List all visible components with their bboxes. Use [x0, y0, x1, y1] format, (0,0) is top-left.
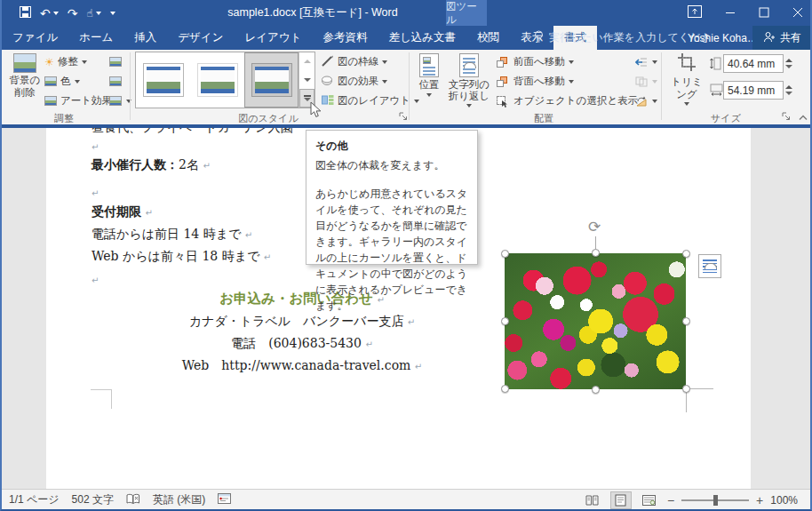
- paragraph-mark: ↵: [92, 275, 99, 285]
- color-button[interactable]: 色: [44, 75, 80, 88]
- selection-handle-tc[interactable]: [592, 249, 600, 257]
- tab-references[interactable]: 参考資料: [312, 26, 378, 50]
- rotation-handle-icon[interactable]: ⟳: [588, 220, 601, 235]
- deadline-heading-line: 受付期限 ↵: [92, 204, 153, 220]
- zoom-out-button[interactable]: −: [667, 493, 674, 507]
- zoom-in-button[interactable]: +: [756, 493, 763, 507]
- undo-dropdown-icon[interactable]: [53, 12, 59, 15]
- save-icon[interactable]: [20, 5, 31, 21]
- bring-forward-button[interactable]: 前面へ移動: [496, 55, 574, 68]
- minimize-icon[interactable]: [725, 5, 736, 21]
- remove-background-button[interactable]: 背景の 削除: [9, 53, 41, 100]
- picture-styles-gallery: [135, 52, 315, 108]
- web-layout-view-icon[interactable]: [639, 491, 660, 509]
- web-line: Web http://www.canada-travel.com ↵: [46, 358, 558, 374]
- page-indicator[interactable]: 1/1 ページ: [9, 492, 60, 507]
- selection-handle-tr[interactable]: [682, 250, 690, 258]
- mouse-cursor: [310, 101, 322, 120]
- tab-mailings[interactable]: 差し込み文書: [378, 26, 466, 50]
- shape-height-field[interactable]: 40.64 mm: [723, 54, 784, 73]
- touch-mode-icon[interactable]: ☝: [86, 8, 92, 19]
- quick-access-toolbar: ↶ ↷ ☝: [20, 0, 115, 26]
- tab-review[interactable]: 校閲: [466, 26, 510, 50]
- picture-style-2[interactable]: [190, 52, 244, 108]
- change-picture-button[interactable]: [108, 75, 123, 88]
- layout-options-button[interactable]: [698, 254, 721, 278]
- word-count[interactable]: 502 文字: [72, 492, 114, 507]
- selection-handle-tl[interactable]: [501, 250, 509, 258]
- zoom-level[interactable]: 100%: [770, 494, 798, 507]
- picture-layout-button[interactable]: 図のレイアウト: [322, 94, 419, 108]
- group-label-size: サイズ: [686, 112, 766, 125]
- print-layout-view-icon[interactable]: [610, 491, 632, 509]
- ribbon-display-options-icon[interactable]: [688, 5, 702, 21]
- margin-corner-mark: [91, 389, 112, 390]
- maximize-icon[interactable]: [759, 5, 769, 21]
- picture-effects-button[interactable]: 図の効果: [322, 75, 387, 88]
- read-mode-view-icon[interactable]: [582, 491, 603, 509]
- picture-styles-dialog-launcher-icon[interactable]: [399, 112, 408, 123]
- tooltip-summary: 図全体の体裁を変えます。: [315, 157, 468, 173]
- tab-file[interactable]: ファイル: [2, 26, 68, 50]
- tab-home[interactable]: ホーム: [68, 26, 123, 50]
- wrap-text-button[interactable]: 文字列の折り返し: [446, 53, 492, 108]
- touch-mode-dropdown-icon[interactable]: [96, 12, 101, 15]
- sun-icon: ☀: [44, 56, 54, 68]
- group-label-arrange: 配置: [482, 112, 606, 125]
- zoom-slider[interactable]: [681, 499, 749, 501]
- rotate-objects-icon: [634, 94, 649, 108]
- shape-width-stepper[interactable]: [784, 81, 793, 100]
- redo-icon[interactable]: ↷: [68, 7, 78, 20]
- shape-height-stepper[interactable]: [784, 54, 793, 73]
- selection-pane-button[interactable]: オブジェクトの選択と表示: [496, 94, 638, 108]
- selection-handle-ml[interactable]: [501, 317, 509, 325]
- undo-icon[interactable]: ↶: [40, 7, 51, 20]
- account-name[interactable]: Yoshie Koha…: [688, 26, 758, 50]
- position-button[interactable]: 位置: [414, 53, 444, 97]
- selection-handle-bl[interactable]: [501, 385, 509, 393]
- shape-width-field[interactable]: 54.19 mm: [723, 81, 784, 100]
- tell-me-box[interactable]: 実行したい作業を入力してくださ: [533, 26, 712, 50]
- remove-background-icon: [13, 53, 36, 73]
- language-indicator[interactable]: 英語 (米国): [153, 492, 205, 507]
- compress-picture-button[interactable]: [108, 55, 123, 68]
- phone-line: 電話 (604)683-5430 ↵: [46, 336, 558, 352]
- paragraph-mark: ↵: [145, 208, 152, 218]
- selection-handle-mr[interactable]: [682, 317, 690, 325]
- collapse-ribbon-icon[interactable]: [799, 112, 808, 123]
- flower-picture[interactable]: [505, 253, 686, 389]
- tab-insert[interactable]: 挿入: [123, 26, 167, 50]
- proofing-icon[interactable]: [126, 493, 140, 507]
- title-bar: ↶ ↷ ☝ sample1.docx [互換モード] - Word 図ツール: [2, 0, 810, 26]
- gallery-scroll: [299, 52, 314, 108]
- reset-picture-button[interactable]: [108, 94, 131, 108]
- share-button[interactable]: 共有: [752, 26, 812, 50]
- size-dialog-launcher-icon[interactable]: [782, 112, 791, 123]
- compress-picture-icon: [109, 57, 122, 67]
- macro-recording-icon[interactable]: [218, 493, 231, 507]
- zoom-slider-thumb[interactable]: [713, 495, 718, 506]
- picture-border-button[interactable]: 図の枠線: [322, 55, 387, 68]
- corrections-button[interactable]: ☀ 修整: [44, 55, 87, 68]
- picture-style-1[interactable]: [136, 52, 190, 108]
- paragraph-mark: ↵: [365, 339, 372, 349]
- selection-handle-bc[interactable]: [592, 386, 600, 394]
- picture-style-3[interactable]: [244, 52, 299, 108]
- change-picture-icon: [109, 76, 122, 86]
- paragraph-mark: ↵: [408, 317, 415, 327]
- tab-layout[interactable]: レイアウト: [234, 26, 312, 50]
- gallery-scroll-up-icon[interactable]: [299, 52, 314, 71]
- crop-button[interactable]: トリミング: [666, 53, 707, 106]
- group-objects-button-disabled: [634, 75, 657, 88]
- customize-qat-icon[interactable]: [110, 12, 115, 15]
- phone-deadline-line: 電話からは前日 14 時まで ↵: [92, 227, 252, 243]
- gallery-scroll-down-icon[interactable]: [299, 71, 314, 90]
- rotate-objects-button[interactable]: [634, 94, 657, 108]
- close-icon[interactable]: [792, 5, 803, 21]
- shape-height-icon: [710, 57, 721, 72]
- tab-design[interactable]: デザイン: [167, 26, 234, 50]
- align-objects-button[interactable]: [634, 55, 657, 68]
- color-icon: [44, 76, 57, 86]
- send-backward-button[interactable]: 背面へ移動: [496, 75, 574, 88]
- selection-handle-br[interactable]: [682, 385, 690, 393]
